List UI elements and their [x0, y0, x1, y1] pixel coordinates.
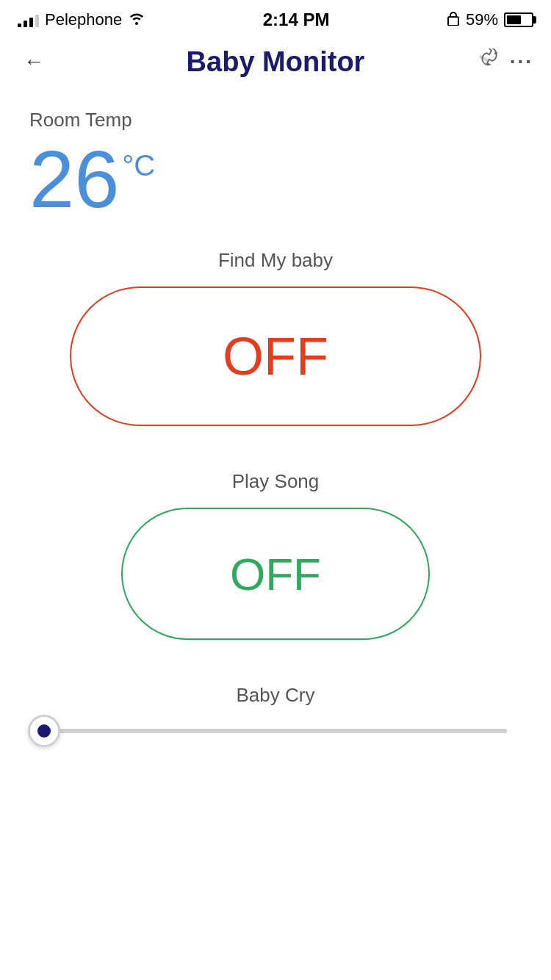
slider-track [44, 729, 507, 733]
settings-icon[interactable] [476, 48, 498, 76]
baby-cry-slider-container [29, 729, 522, 733]
temperature-unit: °C [122, 149, 155, 182]
baby-cry-section: Baby Cry [29, 684, 522, 733]
signal-bar-2 [24, 21, 27, 27]
carrier-name: Pelephone [45, 10, 122, 29]
battery-percentage: 59% [466, 10, 498, 29]
status-time: 2:14 PM [263, 10, 330, 30]
temperature-display: 26 °C [29, 139, 522, 220]
battery-icon [504, 12, 533, 27]
svg-rect-0 [448, 17, 458, 26]
status-right: 59% [447, 10, 533, 29]
find-baby-status: OFF [223, 326, 328, 386]
play-song-button[interactable]: OFF [121, 508, 430, 640]
navbar-actions: ··· [476, 48, 533, 76]
status-left: Pelephone [18, 10, 145, 29]
signal-bar-1 [18, 24, 21, 27]
navbar: ← Baby Monitor ··· [0, 37, 551, 94]
back-button[interactable]: ← [18, 44, 50, 79]
signal-bar-4 [35, 15, 39, 27]
wifi-icon [128, 10, 145, 29]
battery-fill [507, 15, 521, 24]
room-temp-section: Room Temp 26 °C [29, 109, 522, 220]
temperature-value: 26 [29, 139, 119, 220]
lock-icon [447, 11, 460, 29]
page-title: Baby Monitor [187, 46, 365, 78]
status-bar: Pelephone 2:14 PM 59% [0, 0, 551, 37]
play-song-label: Play Song [232, 470, 320, 493]
more-options-icon[interactable]: ··· [510, 50, 533, 73]
find-baby-label: Find My baby [218, 249, 333, 272]
find-baby-section: Find My baby OFF [29, 249, 522, 426]
baby-cry-label: Baby Cry [237, 684, 315, 707]
play-song-status: OFF [230, 548, 321, 600]
play-song-section: Play Song OFF [29, 470, 522, 640]
back-arrow-icon: ← [24, 50, 44, 73]
signal-bar-3 [29, 18, 33, 27]
room-temp-label: Room Temp [29, 109, 522, 131]
slider-thumb-dot [37, 724, 51, 738]
main-content: Room Temp 26 °C Find My baby OFF Play So… [0, 94, 551, 748]
find-baby-button[interactable]: OFF [70, 287, 481, 426]
svg-point-1 [494, 51, 497, 54]
signal-bars [18, 12, 39, 27]
slider-thumb[interactable] [28, 715, 60, 747]
